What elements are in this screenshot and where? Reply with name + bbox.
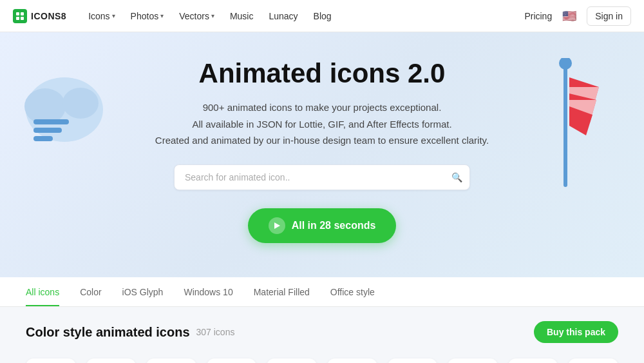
chevron-down-icon: ▾ xyxy=(211,12,214,19)
icon-card[interactable] xyxy=(448,358,498,363)
nav-lunacy[interactable]: Lunacy xyxy=(262,7,304,25)
section-title: Color style animated icons 307 icons xyxy=(26,325,234,340)
nav-right: Pricing 🇺🇸 Sign in xyxy=(524,6,631,26)
svg-rect-10 xyxy=(564,58,567,187)
windsock-decoration xyxy=(528,58,605,200)
tab-all-icons[interactable]: All icons xyxy=(26,277,59,306)
icon-card[interactable] xyxy=(508,358,558,363)
nav-photos[interactable]: Photos ▾ xyxy=(124,7,171,25)
language-flag-icon[interactable]: 🇺🇸 xyxy=(562,9,576,23)
svg-point-6 xyxy=(62,88,99,119)
nav-vectors[interactable]: Vectors ▾ xyxy=(173,7,221,25)
icon-card[interactable] xyxy=(267,358,317,363)
tab-material-filled[interactable]: Material Filled xyxy=(254,277,310,306)
icon-card[interactable] xyxy=(207,358,257,363)
section-header: Color style animated icons 307 icons Buy… xyxy=(0,307,644,353)
search-icon: 🔍 xyxy=(451,172,462,182)
svg-rect-9 xyxy=(33,136,53,141)
search-container: 🔍 xyxy=(174,164,470,190)
svg-point-11 xyxy=(559,58,572,70)
chevron-down-icon: ▾ xyxy=(112,12,115,19)
tabs-bar: All icons Color iOS Glyph Windows 10 Mat… xyxy=(0,277,644,307)
cloud-decoration xyxy=(19,71,109,148)
navbar: ICONS8 Icons ▾ Photos ▾ Vectors ▾ Music … xyxy=(0,0,644,32)
icon-card[interactable] xyxy=(388,358,438,363)
logo-text: ICONS8 xyxy=(31,11,66,21)
nav-pricing[interactable]: Pricing xyxy=(524,11,552,21)
nav-icons[interactable]: Icons ▾ xyxy=(82,7,121,25)
svg-rect-0 xyxy=(16,12,19,15)
nav-blog[interactable]: Blog xyxy=(307,7,338,25)
svg-rect-3 xyxy=(21,17,24,20)
icon-card[interactable] xyxy=(26,358,76,363)
buy-button[interactable]: Buy this pack xyxy=(534,321,618,343)
icon-card[interactable] xyxy=(86,358,137,363)
icons-row xyxy=(0,353,644,363)
tab-color[interactable]: Color xyxy=(80,277,101,306)
nav-links: Icons ▾ Photos ▾ Vectors ▾ Music Lunacy … xyxy=(82,7,338,25)
cta-label: All in 28 seconds xyxy=(292,220,376,231)
icon-card[interactable] xyxy=(146,358,196,363)
cta-button[interactable]: All in 28 seconds xyxy=(248,208,397,243)
svg-rect-2 xyxy=(16,17,19,20)
icon-card[interactable] xyxy=(568,358,618,363)
nav-music[interactable]: Music xyxy=(223,7,260,25)
tab-ios-glyph[interactable]: iOS Glyph xyxy=(122,277,164,306)
play-icon xyxy=(269,217,285,234)
signin-button[interactable]: Sign in xyxy=(587,6,631,26)
svg-point-5 xyxy=(24,88,66,124)
svg-rect-8 xyxy=(33,128,62,133)
chevron-down-icon: ▾ xyxy=(160,12,164,19)
logo[interactable]: ICONS8 xyxy=(13,9,66,23)
icon-card[interactable] xyxy=(327,358,377,363)
tab-office-style[interactable]: Office style xyxy=(330,277,375,306)
tab-windows10[interactable]: Windows 10 xyxy=(184,277,232,306)
svg-rect-7 xyxy=(33,119,69,124)
search-input[interactable] xyxy=(174,164,470,190)
logo-icon xyxy=(13,9,27,23)
hero-section: Animated icons 2.0 900+ animated icons t… xyxy=(0,32,644,277)
svg-rect-1 xyxy=(21,12,24,15)
play-triangle xyxy=(274,222,280,229)
section-count: 307 icons xyxy=(196,327,235,337)
